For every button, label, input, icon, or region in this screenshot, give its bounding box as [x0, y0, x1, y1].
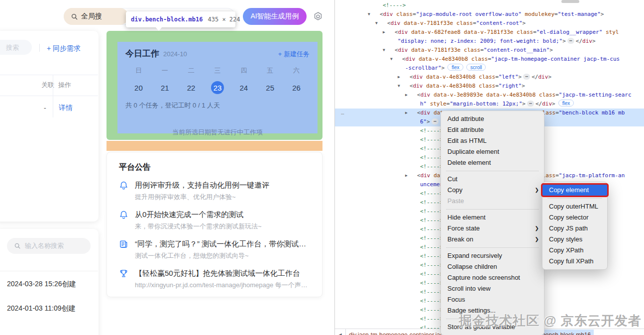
tree-row[interactable]: -scrollbar">flexscroll [335, 64, 644, 73]
collapsed-arrow-icon[interactable]: ▶ [383, 28, 385, 37]
layout-badge[interactable]: scroll [466, 64, 486, 71]
submenu-item-copy-full-xpath[interactable]: Copy full XPath [542, 256, 607, 267]
tree-token: <!----> [420, 316, 443, 322]
expand-ellipsis-icon[interactable]: ⋯ [523, 74, 530, 80]
date-cell[interactable]: 20 [132, 81, 145, 94]
tree-row[interactable]: ▼<div data-v-4e8340b8 class="right"> [335, 82, 644, 91]
tooltip-arrow [155, 27, 162, 31]
tree-token: div [406, 56, 416, 62]
tree-row-text: -scrollbar">flexscroll [335, 64, 644, 73]
menu-item-focus[interactable]: Focus [441, 294, 544, 305]
tree-token: = [488, 56, 491, 62]
menu-item-force-state[interactable]: Force state❯ [441, 223, 544, 234]
collapsed-arrow-icon[interactable]: ▶ [405, 109, 408, 117]
tree-token: "bench-block mb16 mb [559, 110, 625, 116]
expand-ellipsis-icon[interactable]: ⋯ [567, 38, 574, 44]
tree-token: data-v-4e8340b8 [486, 92, 536, 98]
context-menu: Add attributeEdit attributeEdit as HTMLD… [440, 111, 544, 335]
collapsed-arrow-icon[interactable]: ▶ [405, 171, 408, 180]
tree-row[interactable]: "display: none; z-index: 2009; font-weig… [335, 37, 644, 46]
tree-row[interactable]: ▶<div data-v-682feae8 data-v-7181f33e cl… [335, 28, 644, 37]
tree-row[interactable]: ▶<div data-v-4e8340b8 class="left">⋯</di… [335, 73, 644, 82]
row-actions-icon[interactable]: … [341, 109, 345, 117]
announcement-item[interactable]: “同学，测完了吗？” 测试一体化工作台，带你测试不迷...测试一体化工作台，想做… [119, 239, 310, 260]
detail-link[interactable]: 详情 [59, 104, 73, 112]
submenu-item-copy-outerhtml[interactable]: Copy outerHTML [542, 201, 607, 212]
tree-row[interactable]: ▼<div data-v-4e8340b8 class="jacp-tm-hom… [335, 55, 644, 64]
date-cell[interactable]: 26 [290, 81, 303, 94]
menu-item-edit-attribute[interactable]: Edit attribute [441, 124, 544, 135]
menu-item-scroll-into-view[interactable]: Scroll into view [441, 283, 544, 294]
submenu-arrow-icon: ❯ [535, 234, 539, 245]
weekday-cell: 二 [188, 66, 195, 75]
scrollbar-thumb[interactable] [561, 0, 579, 3]
date-cell-selected[interactable]: 23 [211, 81, 224, 94]
tree-row[interactable]: ▼<div data-v-7181f33e class="content-roo… [335, 19, 644, 28]
table-cell-related: - [44, 104, 46, 112]
tree-token: = [473, 20, 476, 26]
submenu-item-copy-element[interactable]: Copy element [542, 185, 607, 196]
announcement-title: 用例评审升级，支持自动化用例一键邀评 [135, 181, 310, 190]
date-cell[interactable]: 25 [264, 81, 277, 94]
submenu-item-copy-styles[interactable]: Copy styles [542, 234, 607, 245]
list-item[interactable]: 2024-03-28 15:26创建 [7, 280, 76, 289]
gear-icon[interactable] [313, 11, 323, 21]
tree-token: styl [606, 29, 619, 35]
tree-row[interactable]: <!----> [335, 1, 644, 10]
menu-item-copy[interactable]: Copy❯ [441, 185, 544, 196]
sync-requirements-link[interactable]: + 同步需求 [47, 44, 81, 53]
tree-row[interactable]: h" style="margin-bottom: 12px;">⋯</div>f… [335, 100, 644, 109]
menu-item-collapse-children[interactable]: Collapse children [441, 261, 544, 272]
menu-item-break-on[interactable]: Break on❯ [441, 234, 544, 245]
submenu-item-copy-selector[interactable]: Copy selector [542, 212, 607, 223]
layout-badge[interactable]: flex [447, 64, 463, 71]
expanded-arrow-icon[interactable]: ▼ [390, 55, 393, 64]
global-search-hot[interactable]: 全局搜 [64, 8, 128, 25]
tree-row[interactable]: ▼<div class="jacp-module-root overflow-a… [335, 10, 644, 19]
expanded-arrow-icon[interactable]: ▼ [398, 82, 400, 91]
menu-item-capture-node-screenshot[interactable]: Capture node screenshot [441, 272, 544, 283]
ai-generate-button[interactable]: AI智能生成用例 [243, 8, 307, 25]
submenu-item-copy-xpath[interactable]: Copy XPath [542, 245, 607, 256]
weekday-cell: 六 [293, 66, 300, 75]
tree-row[interactable]: ▼<div data-v-7181f33e class="content-roo… [335, 46, 644, 55]
tree-token: class [471, 56, 488, 62]
menu-item-edit-as-html[interactable]: Edit as HTML [441, 135, 544, 146]
expanded-arrow-icon[interactable]: ▼ [375, 19, 378, 28]
layout-badge[interactable]: flex [558, 100, 574, 107]
tree-token: > [548, 74, 551, 80]
expand-ellipsis-icon[interactable]: ⋯ [527, 101, 534, 107]
date-cell[interactable]: 21 [158, 81, 171, 94]
announcement-item[interactable]: 【轻松赢50元好礼】抢先体验测试域一体化工作台http://xingyun-pr… [119, 269, 310, 290]
submenu-item-copy-js-path[interactable]: Copy JS path [542, 223, 607, 234]
new-task-link[interactable]: + 新建任务 [278, 50, 310, 59]
collapsed-arrow-icon[interactable]: ▶ [405, 91, 408, 100]
expand-ellipsis-icon[interactable]: ⋯ [431, 118, 438, 124]
breadcrumb-back-button[interactable]: ◀ [335, 329, 346, 335]
tree-token: > [592, 38, 596, 44]
announcement-item[interactable]: 从0开始快速完成一个需求的测试来，带你沉浸式体验一个需求的测试新玩法~ [119, 210, 310, 231]
tree-token: </ [532, 74, 538, 80]
tree-token: > [549, 47, 553, 53]
announcement-item[interactable]: 用例评审升级，支持自动化用例一键邀评提升用例评审效率、优化用户体验~ [119, 181, 310, 202]
menu-item-add-attribute[interactable]: Add attribute [441, 113, 544, 124]
date-cell[interactable]: 24 [237, 81, 250, 94]
menu-item-duplicate-element[interactable]: Duplicate element [441, 146, 544, 157]
menu-item-expand-recursively[interactable]: Expand recursively [441, 250, 544, 261]
menu-item-paste[interactable]: Paste [441, 196, 544, 207]
expanded-arrow-icon[interactable]: ▼ [383, 46, 385, 55]
tree-token: > [523, 20, 526, 26]
panel-search-text: 搜索 [6, 43, 19, 52]
inspect-overlay-margin [107, 141, 322, 151]
name-search-input[interactable]: 输入名称搜索 [7, 238, 91, 254]
tree-row[interactable]: ▶<div data-v-3e89893e data-v-4e8340b8 cl… [335, 91, 644, 100]
collapsed-arrow-icon[interactable]: ▶ [398, 73, 400, 82]
menu-item-cut[interactable]: Cut [441, 174, 544, 185]
bell-icon [119, 210, 129, 220]
menu-item-hide-element[interactable]: Hide element [441, 212, 544, 223]
expanded-arrow-icon[interactable]: ▼ [368, 10, 370, 19]
list-item[interactable]: 2024-01-03 11:09创建 [7, 304, 76, 313]
menu-item-delete-element[interactable]: Delete element [441, 157, 544, 168]
tree-token: </ [576, 38, 582, 44]
date-cell[interactable]: 22 [185, 81, 198, 94]
